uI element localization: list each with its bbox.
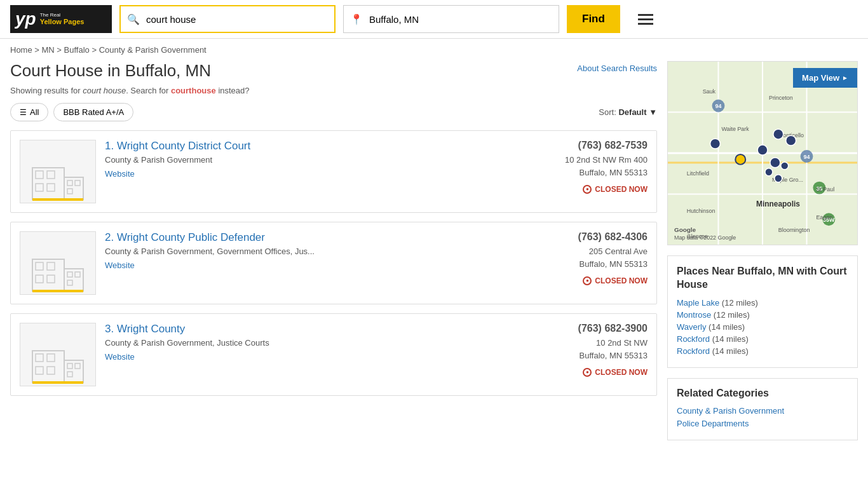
svg-text:94: 94 — [715, 103, 722, 109]
svg-rect-24 — [47, 367, 55, 374]
filter-icon: ☰ — [20, 108, 27, 117]
nearby-distance-1: (12 miles) — [714, 310, 750, 320]
svg-rect-21 — [36, 354, 43, 362]
listing-card-3[interactable]: 3. Wright County County & Parish Governm… — [10, 313, 657, 396]
svg-rect-28 — [67, 372, 72, 377]
nearby-item-3: Rockford (14 miles) — [677, 334, 848, 344]
nearby-box: Places Near Buffalo, MN with Court House… — [667, 255, 858, 368]
listing-info-3: 3. Wright County County & Parish Governm… — [105, 323, 524, 386]
breadcrumb-category[interactable]: County & Parish Government — [99, 45, 207, 55]
map-view-label: Map View — [802, 73, 839, 83]
logo[interactable]: yp The Real Yellow Pages — [10, 5, 112, 33]
svg-rect-12 — [47, 262, 55, 270]
svg-rect-7 — [75, 180, 80, 186]
logo-the: The Real — [40, 12, 85, 18]
results-info: Showing results for court house. Search … — [10, 86, 657, 95]
related-list: County & Parish Government Police Depart… — [677, 405, 848, 428]
listing-title-1: 1. Wright County District Court — [105, 140, 524, 152]
map-view-button[interactable]: Map View ► — [793, 68, 857, 88]
all-filter-button[interactable]: ☰ All — [10, 103, 48, 121]
header: yp The Real Yellow Pages 🔍 📍 Find — [0, 0, 868, 39]
results-suffix: instead? — [218, 86, 249, 95]
listing-name-link-2[interactable]: 2. Wright County Public Defender — [105, 231, 265, 243]
listing-status-3: ● CLOSED NOW — [583, 368, 648, 377]
svg-point-65 — [781, 162, 789, 170]
svg-rect-4 — [47, 184, 55, 191]
breadcrumb-city[interactable]: Buffalo — [64, 45, 90, 55]
listing-website-link-2[interactable]: Website — [105, 261, 135, 270]
listing-thumbnail-1 — [20, 140, 96, 203]
hamburger-line2 — [638, 18, 653, 20]
svg-text:Princeton: Princeton — [769, 95, 793, 101]
breadcrumb-state[interactable]: MN — [42, 45, 55, 55]
find-button[interactable]: Find — [567, 5, 620, 33]
listing-website-3: Website — [105, 351, 524, 362]
search-input[interactable] — [146, 6, 334, 32]
listing-phone-2: (763) 682-4306 — [533, 231, 648, 243]
about-search-results-link[interactable]: About Search Results — [577, 64, 657, 73]
breadcrumb-home[interactable]: Home — [10, 45, 32, 55]
svg-rect-8 — [67, 189, 72, 194]
listing-card-2[interactable]: 2. Wright County Public Defender County … — [10, 222, 657, 304]
location-box: 📍 — [343, 5, 559, 33]
results-alt-link[interactable]: courthouse — [171, 86, 216, 95]
clock-icon-1: ● — [583, 185, 592, 194]
listing-website-link-1[interactable]: Website — [105, 169, 135, 179]
svg-text:St Paul: St Paul — [816, 186, 834, 193]
svg-text:Eagan: Eagan — [816, 214, 832, 220]
svg-point-62 — [757, 145, 768, 155]
location-icon: 📍 — [344, 13, 369, 25]
listing-card-1[interactable]: 1. Wright County District Court County &… — [10, 130, 657, 213]
clock-icon-3: ● — [583, 368, 592, 377]
nearby-distance-2: (14 miles) — [709, 322, 745, 332]
listing-category-1: County & Parish Government — [105, 155, 524, 165]
related-item-1: Police Departments — [677, 418, 848, 428]
building-icon-1 — [29, 149, 86, 203]
hamburger-line3 — [638, 23, 653, 25]
left-content: Court House in Buffalo, MN About Search … — [10, 61, 657, 440]
breadcrumb: Home > MN > Buffalo > County & Parish Go… — [0, 39, 868, 61]
results-mid: . Search for — [126, 86, 168, 95]
svg-rect-22 — [47, 354, 55, 362]
listing-website-link-3[interactable]: Website — [105, 352, 135, 362]
hamburger-menu[interactable] — [633, 9, 658, 30]
svg-rect-16 — [67, 272, 72, 277]
closed-label-1: CLOSED NOW — [595, 185, 648, 194]
svg-rect-27 — [75, 363, 80, 369]
search-icon: 🔍 — [121, 13, 146, 25]
bbb-filter-button[interactable]: BBB Rated A+/A — [53, 103, 133, 121]
nearby-link-4[interactable]: Rockford — [677, 346, 710, 356]
listing-name-link-1[interactable]: 1. Wright County District Court — [105, 140, 250, 152]
sort-arrow-icon[interactable]: ▼ — [649, 107, 657, 117]
nearby-link-1[interactable]: Montrose — [677, 310, 711, 320]
related-link-1[interactable]: Police Departments — [677, 419, 749, 428]
listing-name-link-3[interactable]: 3. Wright County — [105, 323, 185, 335]
svg-point-63 — [735, 154, 745, 165]
nearby-distance-0: (12 miles) — [722, 298, 758, 308]
listing-address-2: 205 Central Ave Buffalo, MN 55313 — [533, 245, 648, 270]
related-link-0[interactable]: County & Parish Government — [677, 406, 784, 416]
svg-rect-1 — [36, 171, 43, 179]
listing-thumbnail-3 — [20, 323, 96, 386]
logo-text: The Real Yellow Pages — [40, 12, 85, 27]
listing-website-1: Website — [105, 168, 524, 179]
svg-text:Sauk: Sauk — [703, 88, 716, 95]
map-container: 94 94 35 35W Sauk Waite Park Princeton C… — [667, 61, 858, 245]
svg-rect-11 — [36, 262, 43, 270]
nearby-link-0[interactable]: Maple Lake — [677, 298, 719, 308]
hamburger-line1 — [638, 14, 653, 16]
sort-value: Default — [618, 107, 646, 117]
nearby-link-3[interactable]: Rockford — [677, 334, 710, 344]
listing-right-1: (763) 682-7539 10 2nd St NW Rm 400 Buffa… — [533, 140, 648, 203]
related-box: Related Categories County & Parish Gover… — [667, 378, 858, 440]
nearby-item-1: Montrose (12 miles) — [677, 310, 848, 320]
listing-right-3: (763) 682-3900 10 2nd St NW Buffalo, MN … — [533, 323, 648, 386]
svg-point-67 — [775, 175, 782, 182]
svg-text:Google: Google — [674, 226, 696, 233]
results-term: court house — [83, 86, 126, 95]
location-input[interactable] — [369, 6, 559, 32]
svg-point-64 — [770, 158, 780, 168]
nearby-link-2[interactable]: Waverly — [677, 322, 706, 332]
svg-point-61 — [786, 135, 796, 146]
svg-text:Map data ©2022 Google: Map data ©2022 Google — [674, 234, 736, 241]
